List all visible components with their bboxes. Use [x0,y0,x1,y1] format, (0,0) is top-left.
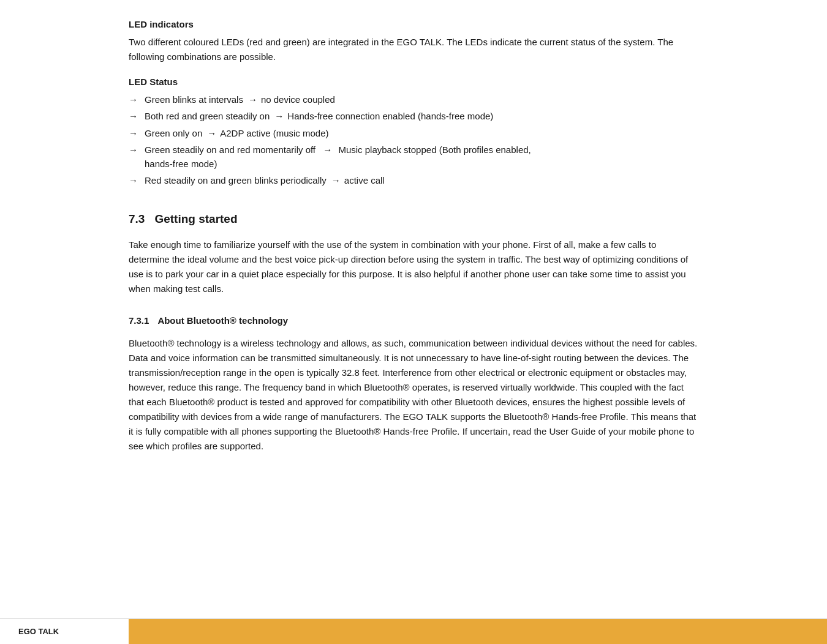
arrow-icon-2: → [129,109,141,123]
led-item-4: → Green steadily on and red momentarily … [129,143,698,171]
section-73-title: Getting started [154,210,237,228]
arrow2-icon-2: → [274,109,284,123]
led-item-2: → Both red and green steadily on → Hands… [129,109,698,123]
arrow2-icon-4: → [323,144,332,155]
led-meaning-4-part2: hands-free mode) [145,159,217,169]
arrow2-icon-1: → [248,92,257,107]
led-intro-text: Two different coloured LEDs (red and gre… [129,35,698,64]
led-status-label: LED Status [129,75,698,89]
led-meaning-2: Hands-free connection enabled (hands-fre… [287,109,493,123]
led-item-4-line2: hands-free mode) [145,157,531,171]
led-item-5: → Red steadily on and green blinks perio… [129,173,698,187]
led-item-2-content: Both red and green steadily on → Hands-f… [145,109,493,123]
led-status-3: Green only on [145,126,202,140]
arrow2-icon-5: → [331,173,341,187]
footer-brand-box: EGO TALK [0,618,129,644]
led-item-5-content: Red steadily on and green blinks periodi… [145,173,385,187]
section-73-number: 7.3 [129,210,145,228]
led-item-3-content: Green only on → A2DP active (music mode) [145,126,329,140]
led-meaning-3: A2DP active (music mode) [220,126,328,140]
footer-orange-strip [129,618,827,644]
led-status-5: Red steadily on and green blinks periodi… [145,173,327,187]
led-meaning-4-part1: Music playback stopped (Both profiles en… [338,144,531,155]
arrow-icon-1: → [129,92,141,107]
section-731-number: 7.3.1 [129,313,149,328]
led-status-2: Both red and green steadily on [145,109,270,123]
led-indicators-title: LED indicators [129,17,698,31]
page-footer: EGO TALK [0,618,827,644]
led-item-1: → Green blinks at intervals → no device … [129,92,698,107]
arrow-icon-3: → [129,126,141,140]
section-73-heading: 7.3 Getting started [129,210,698,228]
led-meaning-5: active call [344,173,385,187]
section-731-heading: 7.3.1 About Bluetooth® technology [129,313,698,328]
section-731-body: Bluetooth® technology is a wireless tech… [129,336,698,454]
arrow2-icon-3: → [207,126,216,140]
section-731-title: About Bluetooth® technology [157,313,288,328]
led-status-4: Green steadily on and red momentarily of… [145,144,315,155]
footer-brand-label: EGO TALK [18,627,59,636]
led-item-1-content: Green blinks at intervals → no device co… [145,92,335,107]
section-73-body: Take enough time to familiarize yourself… [129,238,698,296]
arrow-icon-4: → [129,143,141,157]
led-item-4-line1: Green steadily on and red momentarily of… [145,143,531,157]
arrow-icon-5: → [129,173,141,187]
led-status-1: Green blinks at intervals [145,92,243,107]
led-status-list: → Green blinks at intervals → no device … [129,92,698,188]
led-item-3: → Green only on → A2DP active (music mod… [129,126,698,140]
led-meaning-1: no device coupled [261,92,335,107]
led-item-4-content: Green steadily on and red momentarily of… [145,143,531,171]
